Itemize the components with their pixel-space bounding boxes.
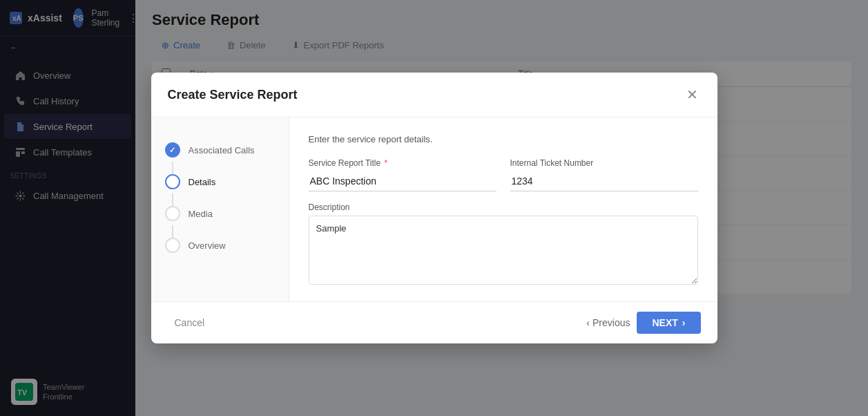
step-circle-associated-calls [165,142,180,158]
step-details[interactable]: Details [151,166,289,198]
footer-right: ‹ Previous NEXT › [586,312,700,334]
step-circle-details [165,174,180,189]
modal-footer: Cancel ‹ Previous NEXT › [151,301,717,343]
modal-overlay: Create Service Report ✕ Associated Calls… [0,0,868,416]
cancel-button[interactable]: Cancel [168,313,212,332]
create-service-report-modal: Create Service Report ✕ Associated Calls… [151,73,717,343]
form-group-ticket: Internal Ticket Number [510,158,698,191]
ticket-input[interactable] [510,171,698,191]
title-label: Service Report Title * [309,158,496,168]
step-label-overview: Overview [189,240,226,251]
step-label-details: Details [189,177,216,187]
form-group-description: Description Sample [309,202,698,285]
chevron-right-icon: › [682,317,686,328]
form-group-title: Service Report Title * [309,158,496,191]
required-star: * [385,158,388,168]
chevron-left-icon: ‹ [586,317,590,328]
step-media[interactable]: Media [151,198,289,229]
form-row-title-ticket: Service Report Title * Internal Ticket N… [309,158,698,191]
step-circle-overview [165,238,180,253]
step-associated-calls[interactable]: Associated Calls [151,134,289,166]
modal-header: Create Service Report ✕ [151,73,717,117]
modal-close-button[interactable]: ✕ [684,85,701,104]
ticket-label: Internal Ticket Number [510,158,698,168]
form-intro-text: Enter the service report details. [309,134,698,144]
description-textarea[interactable]: Sample [309,216,698,285]
previous-button[interactable]: ‹ Previous [586,317,630,328]
description-label: Description [309,202,698,212]
step-overview[interactable]: Overview [151,229,289,261]
modal-stepper: Associated Calls Details Media Overview [151,117,289,301]
step-label-associated-calls: Associated Calls [189,145,255,155]
next-button[interactable]: NEXT › [637,312,700,334]
modal-form: Enter the service report details. Servic… [289,117,717,301]
step-circle-media [165,206,180,221]
step-label-media: Media [189,209,213,219]
title-input[interactable] [309,171,496,191]
modal-body: Associated Calls Details Media Overview … [151,117,717,301]
modal-title: Create Service Report [168,88,298,102]
